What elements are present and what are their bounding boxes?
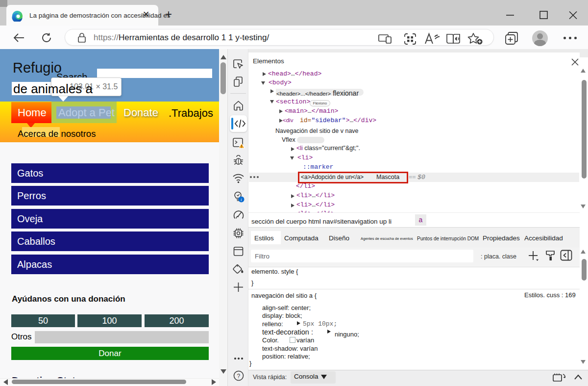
svg-text:?: ? [237,373,241,380]
